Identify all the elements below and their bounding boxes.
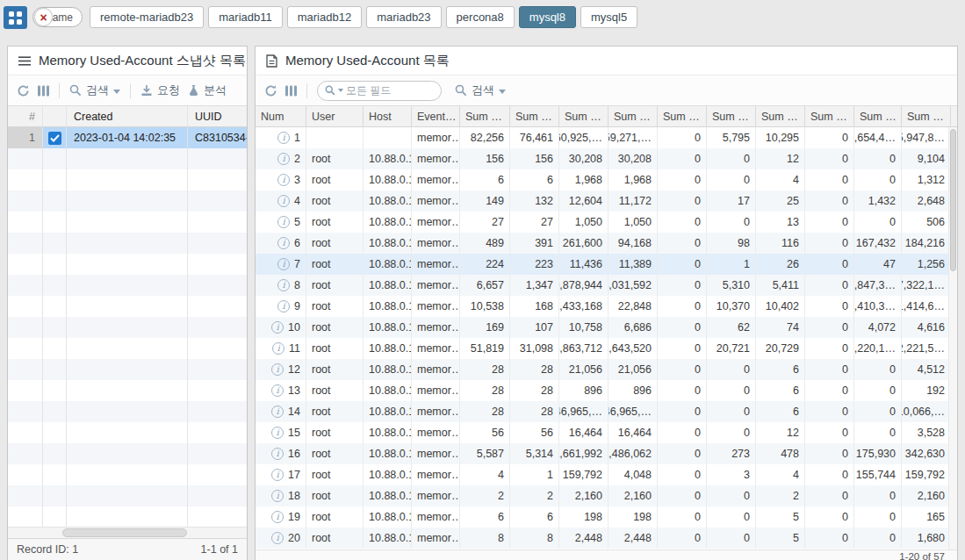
horizontal-scrollbar-thumb[interactable]: [62, 528, 187, 537]
info-icon[interactable]: i: [271, 363, 284, 376]
info-icon[interactable]: i: [277, 258, 290, 270]
remove-filter-icon[interactable]: ×: [34, 8, 53, 26]
row-checkbox[interactable]: [48, 132, 61, 145]
search-menu-button[interactable]: 검색: [69, 83, 120, 98]
info-icon[interactable]: i: [271, 490, 284, 502]
vertical-scrollbar-thumb[interactable]: [950, 129, 956, 271]
info-icon[interactable]: i: [277, 216, 290, 228]
table-row[interactable]: i19root10.88.0.1memor…6619819800500165: [256, 506, 957, 528]
column-header-sum-10[interactable]: Sum …: [902, 106, 951, 126]
row-num: 9: [294, 300, 300, 312]
table-row[interactable]: i7root10.88.0.1memor…22422311,43611,3890…: [256, 254, 957, 275]
info-icon[interactable]: i: [272, 342, 284, 355]
filter-tag-name[interactable]: × name: [32, 7, 83, 27]
info-icon[interactable]: i: [271, 321, 284, 334]
table-row[interactable]: i9root10.88.0.1memor…10,5381681,433,1682…: [256, 296, 957, 317]
column-header-num[interactable]: Num: [256, 106, 306, 126]
info-icon[interactable]: i: [271, 406, 284, 418]
sum-cell-7: 2: [756, 485, 805, 506]
header-created[interactable]: Created: [67, 106, 188, 126]
tab-mariadb23[interactable]: mariadb23: [366, 6, 441, 28]
tab-mysql5[interactable]: mysql5: [580, 6, 637, 28]
host-cell: 10.88.0.1: [364, 485, 412, 506]
column-header-sum-8[interactable]: Sum …: [805, 106, 854, 126]
table-row[interactable]: i8root10.88.0.1memor…6,6571,3479,878,944…: [256, 275, 957, 296]
table-row[interactable]: i1memor…82,25676,46160,925,…59,271,…05,7…: [256, 127, 957, 148]
table-row[interactable]: i12root10.88.0.1memor…282821,05621,05600…: [256, 359, 957, 380]
column-header-sum-9[interactable]: Sum …: [854, 106, 902, 126]
chevron-down-icon[interactable]: [338, 89, 343, 92]
info-icon[interactable]: i: [277, 174, 290, 186]
table-row[interactable]: i15root10.88.0.1memor…565616,46416,46400…: [256, 422, 957, 443]
info-icon[interactable]: i: [271, 384, 284, 397]
table-row[interactable]: i13root10.88.0.1memor…282889689600600192: [256, 380, 957, 401]
empty-cell: [8, 254, 43, 275]
sum-cell-5: 0: [658, 317, 707, 338]
info-icon[interactable]: i: [271, 427, 284, 439]
refresh-button[interactable]: [17, 84, 30, 97]
sum-cell-8: 0: [805, 506, 854, 528]
search-menu-button[interactable]: 검색: [455, 83, 506, 98]
refresh-button[interactable]: [264, 84, 277, 97]
column-header-sum-3[interactable]: Sum …: [559, 106, 609, 126]
tab-remote-mariadb23[interactable]: remote-mariadb23: [90, 6, 204, 28]
info-icon[interactable]: i: [271, 469, 284, 481]
column-header-sum-2[interactable]: Sum …: [510, 106, 559, 126]
snapshot-empty-row: [8, 464, 247, 485]
table-row[interactable]: i14root10.88.0.1memor…282846,965,…46,965…: [256, 401, 957, 422]
column-header-sum-1[interactable]: Sum …: [460, 106, 510, 126]
column-header-sum-6[interactable]: Sum …: [707, 106, 756, 126]
sum-cell-10: 2,160: [902, 485, 951, 506]
table-row[interactable]: i3root10.88.0.1memor…661,9681,968004001,…: [256, 169, 957, 190]
field-filter-input[interactable]: [346, 84, 434, 97]
request-button[interactable]: 요청: [140, 83, 180, 98]
info-icon[interactable]: i: [277, 300, 290, 312]
info-icon[interactable]: i: [277, 195, 290, 207]
info-icon[interactable]: i: [277, 132, 290, 144]
info-icon[interactable]: i: [277, 237, 290, 249]
user-cell: root: [306, 169, 364, 190]
column-header-event[interactable]: Event…: [412, 106, 460, 126]
sum-cell-3: 896: [559, 380, 609, 401]
tab-mariadb11[interactable]: mariadb11: [208, 6, 282, 28]
table-row[interactable]: i4root10.88.0.1memor…14913212,60411,1720…: [256, 190, 957, 212]
snapshot-empty-rows: [8, 148, 247, 527]
sum-cell-3: 60,925,…: [559, 127, 609, 148]
column-header-user[interactable]: User: [306, 106, 364, 126]
table-row[interactable]: i5root10.88.0.1memor…27271,0501,05000130…: [256, 212, 957, 233]
table-row[interactable]: i10root10.88.0.1memor…16910710,7586,6860…: [256, 317, 957, 338]
horizontal-scrollbar[interactable]: [8, 527, 247, 538]
info-icon[interactable]: i: [277, 279, 290, 291]
apps-button[interactable]: [4, 6, 27, 29]
vertical-scrollbar[interactable]: [948, 127, 957, 549]
column-header-sum-4[interactable]: Sum …: [609, 106, 658, 126]
snapshot-empty-row: [8, 148, 247, 169]
header-uuid[interactable]: UUID: [188, 106, 247, 126]
check-icon: [50, 134, 60, 142]
columns-button[interactable]: [285, 85, 297, 97]
column-header-sum-7[interactable]: Sum …: [756, 106, 805, 126]
header-row-number[interactable]: #: [8, 106, 43, 126]
info-icon[interactable]: i: [277, 153, 290, 165]
sum-cell-10: 506: [902, 212, 951, 233]
info-icon[interactable]: i: [271, 448, 284, 460]
table-row[interactable]: i18root10.88.0.1memor…222,1602,160002002…: [256, 485, 957, 506]
table-row[interactable]: i2root10.88.0.1memor…15615630,20830,2080…: [256, 148, 957, 169]
header-checkbox[interactable]: [43, 106, 67, 126]
tab-percona8[interactable]: percona8: [446, 6, 515, 28]
table-row[interactable]: i17root10.88.0.1memor…41159,7924,0480340…: [256, 464, 957, 485]
column-header-host[interactable]: Host: [364, 106, 412, 126]
info-icon[interactable]: i: [271, 532, 284, 544]
info-icon[interactable]: i: [271, 511, 284, 523]
sum-cell-6: 0: [707, 380, 756, 401]
table-row[interactable]: i16root10.88.0.1memor…5,5875,3141,661,99…: [256, 443, 957, 464]
column-header-sum-5[interactable]: Sum …: [658, 106, 707, 126]
table-row[interactable]: i6root10.88.0.1memor…489391261,60094,168…: [256, 233, 957, 254]
tab-mariadb12[interactable]: mariadb12: [287, 6, 362, 28]
tab-mysql8[interactable]: mysql8: [519, 6, 576, 28]
table-row[interactable]: i11root10.88.0.1memor…51,81931,0983,863,…: [256, 338, 957, 359]
table-row[interactable]: i20root10.88.0.1memor…882,4482,448005001…: [256, 528, 957, 549]
columns-button[interactable]: [38, 85, 49, 97]
snapshot-row-selected[interactable]: 1 2023-01-04 14:02:35 C8310534-: [8, 127, 247, 148]
analyze-button[interactable]: 분석: [188, 83, 227, 98]
